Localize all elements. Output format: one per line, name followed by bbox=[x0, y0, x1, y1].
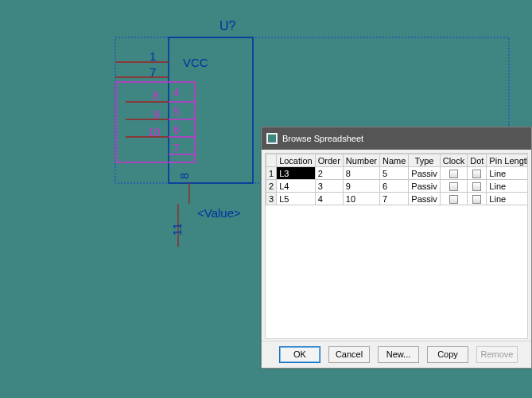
cell-number[interactable]: 10 bbox=[343, 193, 379, 205]
row-header[interactable]: 1 bbox=[266, 167, 277, 180]
row-header[interactable]: 3 bbox=[266, 193, 277, 205]
dialog-button-row: OK Cancel New... Copy Remove bbox=[262, 341, 531, 363]
pin-number-9: 9 bbox=[153, 108, 160, 121]
table-row[interactable]: 2 L4 3 9 6 Passiv Line bbox=[266, 180, 529, 193]
cell-type[interactable]: Passiv bbox=[409, 193, 440, 205]
pin-number-10: 10 bbox=[148, 126, 161, 139]
cell-clock[interactable] bbox=[440, 167, 468, 180]
col-type[interactable]: Type bbox=[409, 154, 440, 167]
cell-dot[interactable] bbox=[468, 167, 487, 180]
col-pinlength[interactable]: Pin Length bbox=[487, 154, 528, 167]
cell-dot[interactable] bbox=[468, 180, 487, 193]
cell-type[interactable]: Passiv bbox=[409, 167, 440, 180]
col-clock[interactable]: Clock bbox=[440, 154, 468, 167]
new-button[interactable]: New... bbox=[378, 346, 419, 363]
cell-pinlen[interactable]: Line bbox=[487, 180, 528, 193]
svg-rect-1 bbox=[169, 37, 253, 183]
pin-number-6: 6 bbox=[173, 123, 180, 136]
cell-clock[interactable] bbox=[440, 193, 468, 205]
spreadsheet-table[interactable]: Location Order Number Name Type Clock Do… bbox=[266, 154, 528, 205]
cell-location[interactable]: L3 bbox=[277, 167, 316, 180]
ok-button[interactable]: OK bbox=[279, 346, 320, 363]
cell-pinlen[interactable]: Line bbox=[487, 167, 528, 180]
remove-button: Remove bbox=[476, 346, 518, 363]
dialog-title: Browse Spreadsheet bbox=[282, 134, 363, 143]
col-number[interactable]: Number bbox=[343, 154, 379, 167]
row-header[interactable]: 2 bbox=[266, 180, 277, 193]
pin-number-7: 7 bbox=[150, 65, 156, 79]
table-row[interactable]: 3 L5 4 10 7 Passiv Line bbox=[266, 193, 529, 205]
table-row[interactable]: 1 L3 2 8 5 Passiv Line bbox=[266, 167, 529, 180]
cell-location[interactable]: L4 bbox=[277, 180, 316, 193]
cell-type[interactable]: Passiv bbox=[409, 180, 440, 193]
cell-name[interactable]: 7 bbox=[379, 193, 408, 205]
pin-number-11: 11 bbox=[171, 223, 184, 236]
pin-number-8-bottom: 8 bbox=[178, 173, 191, 179]
pin-number-4: 4 bbox=[173, 86, 180, 99]
pin-number-1: 1 bbox=[150, 49, 156, 63]
pin-number-8: 8 bbox=[153, 89, 159, 102]
browse-spreadsheet-dialog: Browse Spreadsheet Location Order Number… bbox=[261, 127, 532, 369]
col-name[interactable]: Name bbox=[379, 154, 408, 167]
spreadsheet-area[interactable]: Location Order Number Name Type Clock Do… bbox=[265, 153, 528, 339]
cell-order[interactable]: 4 bbox=[315, 193, 343, 205]
pin-number-7m: 7 bbox=[173, 142, 180, 154]
pin-label-vcc: VCC bbox=[183, 56, 208, 69]
col-dot[interactable]: Dot bbox=[468, 154, 487, 167]
pin-number-5: 5 bbox=[173, 105, 180, 118]
cancel-button[interactable]: Cancel bbox=[328, 346, 370, 363]
dialog-titlebar[interactable]: Browse Spreadsheet bbox=[262, 127, 531, 150]
checkbox-icon[interactable] bbox=[472, 182, 481, 191]
cell-pinlen[interactable]: Line bbox=[487, 193, 528, 205]
cell-clock[interactable] bbox=[440, 180, 468, 193]
col-order[interactable]: Order bbox=[315, 154, 343, 167]
checkbox-icon[interactable] bbox=[472, 170, 481, 178]
refdes-label: U? bbox=[219, 19, 235, 33]
cell-location[interactable]: L5 bbox=[277, 193, 316, 205]
checkbox-icon[interactable] bbox=[449, 195, 458, 204]
checkbox-icon[interactable] bbox=[449, 182, 458, 191]
checkbox-icon[interactable] bbox=[472, 195, 481, 204]
copy-button[interactable]: Copy bbox=[427, 346, 468, 363]
cell-number[interactable]: 8 bbox=[343, 167, 379, 180]
cell-name[interactable]: 5 bbox=[379, 167, 408, 180]
schematic-canvas[interactable]: U? VCC 1 7 4 8 5 9 6 10 7 8 11 <Value> B… bbox=[0, 0, 532, 398]
cell-order[interactable]: 3 bbox=[315, 180, 343, 193]
corner-header[interactable] bbox=[266, 154, 277, 167]
cell-number[interactable]: 9 bbox=[343, 180, 379, 193]
app-icon bbox=[266, 133, 278, 144]
cell-order[interactable]: 2 bbox=[315, 167, 343, 180]
cell-dot[interactable] bbox=[468, 193, 487, 205]
col-location[interactable]: Location bbox=[277, 154, 316, 167]
checkbox-icon[interactable] bbox=[449, 170, 458, 178]
cell-name[interactable]: 6 bbox=[379, 180, 408, 193]
value-label: <Value> bbox=[197, 206, 241, 220]
